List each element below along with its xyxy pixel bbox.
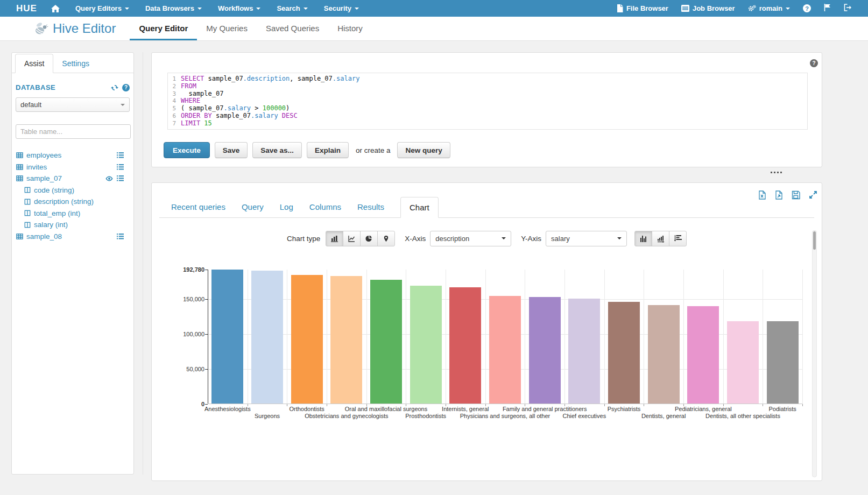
table-name: invites [26,163,47,171]
chart-bar-pediatricians-general[interactable] [687,306,719,404]
database-help-icon[interactable] [122,84,130,91]
home-icon[interactable] [51,5,60,12]
top-menus: Query EditorsData BrowsersWorkflowsSearc… [67,4,367,12]
sql-code-editor[interactable]: 1SELECT sample_07.description, sample_07… [167,73,808,130]
menu-data-browsers[interactable]: Data Browsers [137,4,210,12]
table-name: sample_08 [26,232,62,241]
table-item-sample-07[interactable]: sample_07 [12,173,133,185]
save-as-button[interactable]: Save as... [252,142,302,158]
code-line: 3 sample_07 [168,90,807,98]
execute-button[interactable]: Execute [164,142,210,158]
code-token: 15 [200,120,212,128]
column-item-total-emp[interactable]: total_emp (int) [12,208,133,220]
table-menu-icon[interactable] [117,152,124,159]
chart-bar-family-and-general-practitioners[interactable] [529,297,561,404]
chart-bar-prosthodontists[interactable] [410,286,442,404]
results-tab-log[interactable]: Log [280,197,293,217]
menu-query-editors[interactable]: Query Editors [67,4,137,12]
code-line: 6ORDER BY sample_07.salary DESC [168,112,807,120]
column-item-code[interactable]: code (string) [12,185,133,196]
panel-resize-handle[interactable] [771,172,782,173]
sorted-bars-button[interactable] [652,231,669,246]
column-item-description[interactable]: description (string) [12,196,133,208]
job-browser-link[interactable]: Job Browser [681,4,735,12]
chart-bar-dentists-all-other-specialists[interactable] [727,321,759,404]
table-item-employees[interactable]: employees [12,150,133,161]
chart-bar-orthodontists[interactable] [291,275,323,404]
table-menu-icon[interactable] [117,175,124,182]
editor-help-icon[interactable] [810,59,818,67]
chart-bar-podiatrists[interactable] [767,321,799,404]
chart-bar-internists-general[interactable] [449,287,481,404]
code-token: sample_07 [204,75,243,83]
explain-button[interactable]: Explain [307,142,349,158]
bar-chart-type-button[interactable] [326,231,343,246]
refresh-icon[interactable] [111,84,118,91]
table-menu-icon[interactable] [117,164,124,171]
table-menu-icon[interactable] [117,233,124,240]
results-panel: Recent queriesQueryLogColumnsResultsChar… [151,182,822,481]
x-axis-label: Internists, general [442,406,489,412]
chart-type-label: Chart type [287,235,320,243]
v-gridline [485,270,486,404]
x-axis-select[interactable]: description [430,231,511,246]
column-item-salary[interactable]: salary (int) [12,219,133,231]
v-gridline [802,270,803,404]
save-button[interactable]: Save [215,142,248,158]
chart-bar-physicians-and-surgeons-all-other[interactable] [489,296,521,404]
panel-resizer[interactable] [143,52,143,475]
help-icon[interactable] [803,4,811,12]
horizontal-bars-button[interactable] [669,231,687,246]
tab-query-editor[interactable]: Query Editor [130,17,197,40]
sign-out-icon[interactable] [844,4,852,13]
y-axis-select[interactable]: salary [546,231,627,246]
v-gridline [248,270,248,404]
menu-security[interactable]: Security [316,4,367,12]
table-item-sample-08[interactable]: sample_08 [12,231,133,243]
map-chart-type-button[interactable] [377,231,395,246]
database-select[interactable]: default [16,97,130,112]
chart-bar-psychiatrists[interactable] [608,302,640,404]
new-query-button[interactable]: New query [397,142,450,158]
menu-search[interactable]: Search [269,4,315,12]
tab-history[interactable]: History [328,17,372,40]
chart-bar-chief-executives[interactable] [568,299,600,404]
results-tab-chart[interactable]: Chart [400,197,439,218]
feedback-flag-icon[interactable] [824,4,831,13]
table-filter-input[interactable] [16,124,131,139]
chart-bar-obstetricians-and-gynecologists[interactable] [330,276,362,404]
grouped-bars-button[interactable] [634,231,652,246]
results-tab-recent-queries[interactable]: Recent queries [171,197,225,217]
results-tab-columns[interactable]: Columns [309,197,341,217]
chart-bar-anesthesiologists[interactable] [211,270,243,404]
x-axis-label: Psychiatrists [608,406,641,412]
results-tab-results[interactable]: Results [357,197,384,217]
column-icon [24,210,31,216]
chevron-down-icon [502,237,506,242]
table-item-invites[interactable]: invites [12,161,133,173]
chart-bar-surgeons[interactable] [251,271,283,404]
v-gridline [564,270,565,404]
assist-tabs: AssistSettings [12,53,133,73]
user-menu[interactable]: romain [748,4,790,12]
y-axis-tickmark [205,404,208,405]
tab-my-queries[interactable]: My Queries [197,17,257,40]
pie-chart-type-button[interactable] [360,231,378,246]
preview-eye-icon[interactable] [105,175,113,182]
menu-workflows[interactable]: Workflows [210,4,269,12]
scrollbar-thumb[interactable] [813,231,816,250]
table-tree: employeesinvitessample_07code (string)de… [12,150,133,242]
column-name: description (string) [34,197,94,206]
chevron-down-icon [121,104,125,108]
tab-saved-queries[interactable]: Saved Queries [257,17,328,40]
results-tab-query[interactable]: Query [242,197,264,217]
results-scrollbar[interactable] [812,230,817,477]
assist-tab-settings[interactable]: Settings [53,54,98,73]
editor-actions: Execute Save Save as... Explain or creat… [164,142,450,158]
assist-tab-assist[interactable]: Assist [15,54,53,73]
chart-bar-dentists-general[interactable] [648,305,680,404]
chart-bar-oral-and-maxillofacial-surgeons[interactable] [370,280,402,404]
hue-logo[interactable]: HUE [16,3,37,14]
line-chart-type-button[interactable] [343,231,361,246]
file-browser-link[interactable]: File Browser [617,4,668,12]
